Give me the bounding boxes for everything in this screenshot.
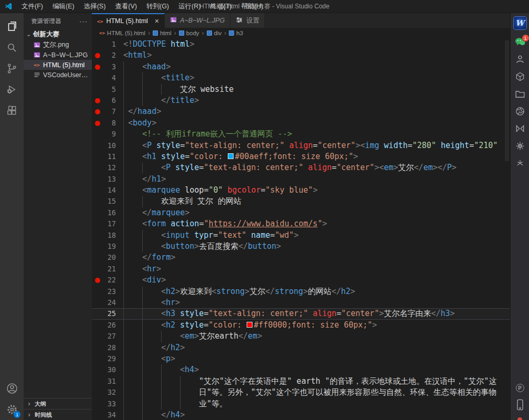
user-icon[interactable] <box>514 54 526 65</box>
explorer-file[interactable]: <>HTML (5).html <box>24 60 92 70</box>
code-line[interactable]: 28</h2> <box>92 342 510 353</box>
breakpoint-dot[interactable] <box>94 61 102 72</box>
circled-p-icon[interactable]: P <box>516 384 524 392</box>
explorer-file[interactable]: 艾尔.png <box>24 40 92 50</box>
folder-row[interactable]: ⌄ 创新大赛 <box>24 29 92 40</box>
explorer-file[interactable]: A~B~W~L.JPG <box>24 50 92 60</box>
code-line[interactable]: 22<div> <box>92 275 510 286</box>
breakpoint-gutter[interactable] <box>94 39 102 50</box>
settings-gear-icon[interactable]: 1 <box>0 399 24 420</box>
code-line[interactable]: 29<p> <box>92 353 510 364</box>
breakpoint-gutter[interactable] <box>94 151 102 162</box>
code-line[interactable]: 32日"等。另外，"艾尔"这个字也可以被用来形容那些与自然、环保、生态等相关的事… <box>92 387 510 398</box>
tab-settings[interactable]: 设置 <box>230 13 265 28</box>
code-line[interactable]: 14<marquee loop="0" bgcolor="sky blue"> <box>92 185 510 196</box>
code-line[interactable]: 20</form> <box>92 252 510 263</box>
code-line[interactable]: 33业"等。 <box>92 398 510 410</box>
code-line[interactable]: 34</h4> <box>92 410 510 420</box>
tab-image-file[interactable]: A~B~W~L.JPG <box>165 13 230 28</box>
source-control-icon[interactable] <box>0 58 24 79</box>
code-line[interactable]: 10<P style="text-align: center;" align="… <box>92 140 510 151</box>
tab-html-file[interactable]: <> HTML (5).html × <box>92 13 165 28</box>
breakpoint-gutter[interactable] <box>94 410 102 420</box>
code-line[interactable]: 3<haad> <box>92 61 510 72</box>
breakpoint-gutter[interactable] <box>94 264 102 275</box>
breakpoint-gutter[interactable] <box>94 376 102 387</box>
code-line[interactable]: 21<hr> <box>92 264 510 275</box>
menu-item[interactable]: 编辑(E) <box>48 0 79 13</box>
breakpoint-gutter[interactable] <box>94 196 102 207</box>
close-icon[interactable]: × <box>155 17 159 25</box>
breakpoint-dot[interactable] <box>94 275 102 286</box>
folder-icon[interactable] <box>514 89 526 99</box>
code-line[interactable]: 4<title> <box>92 72 510 83</box>
breakpoint-gutter[interactable] <box>94 353 102 364</box>
sparkle-icon[interactable] <box>514 158 526 169</box>
breakpoint-dot[interactable] <box>94 118 102 129</box>
menu-item[interactable]: 查看(V) <box>110 0 142 13</box>
breadcrumb-item[interactable]: <>HTML (5).html <box>99 30 145 36</box>
code-line[interactable]: 26<h2 style="color: #ff0000;font: size 6… <box>92 320 510 331</box>
breakpoint-gutter[interactable] <box>94 308 102 319</box>
code-line[interactable]: 9<!-- 利用iframe嵌入一个普通网页 --> <box>92 129 510 140</box>
breakpoint-gutter[interactable] <box>94 241 102 252</box>
camera-aperture-icon[interactable] <box>514 106 526 117</box>
code-line[interactable]: 12<P style="text-align: center;" align="… <box>92 162 510 173</box>
breakpoint-gutter[interactable] <box>94 398 102 410</box>
breakpoint-gutter[interactable] <box>94 252 102 263</box>
outline-section[interactable]: › 大纲 <box>24 398 92 409</box>
menu-item[interactable]: 文件(F) <box>17 0 48 13</box>
breakpoint-dot[interactable] <box>94 50 102 61</box>
breakpoint-gutter[interactable] <box>94 218 102 229</box>
extensions-icon[interactable] <box>0 100 24 121</box>
code-line[interactable]: 11<h1 style="color: #00aeff;font: size 6… <box>92 151 510 162</box>
breakpoint-gutter[interactable] <box>94 129 102 140</box>
code-line[interactable]: 30<h4> <box>92 364 510 375</box>
breakpoint-gutter[interactable] <box>94 185 102 196</box>
code-line[interactable]: 18<input typr="text" name="wd"> <box>92 230 510 241</box>
breakpoint-gutter[interactable] <box>94 331 102 342</box>
breakpoint-gutter[interactable] <box>94 174 102 185</box>
explorer-icon[interactable] <box>0 16 24 37</box>
breakpoint-gutter[interactable] <box>94 140 102 151</box>
code-line[interactable]: 15欢迎来到 艾尔 的网站 <box>92 196 510 207</box>
menu-item[interactable]: 帮助(H) <box>236 0 268 13</box>
code-line[interactable]: 13</h1> <box>92 174 510 185</box>
breadcrumb-item[interactable]: html <box>153 30 172 36</box>
app-logo-w[interactable]: W <box>513 16 527 30</box>
breakpoint-gutter[interactable] <box>94 230 102 241</box>
more-actions-icon[interactable]: ··· <box>79 17 88 25</box>
butterfly-icon[interactable] <box>514 123 526 134</box>
breakpoint-gutter[interactable] <box>94 320 102 331</box>
code-line[interactable]: 1<!DOCTYPE html> <box>92 39 510 50</box>
breakpoint-gutter[interactable] <box>94 207 102 218</box>
breadcrumb-item[interactable]: body <box>179 30 199 36</box>
code-line[interactable]: 2<html> <box>92 50 510 61</box>
editor-scrollbar[interactable] <box>505 40 509 161</box>
breakpoint-gutter[interactable] <box>94 387 102 398</box>
flower-gear-icon[interactable] <box>514 141 526 151</box>
code-line[interactable]: 8<body> <box>92 118 510 129</box>
breakpoint-dot[interactable] <box>94 95 102 106</box>
code-line[interactable]: 19<button>去百度搜索</button> <box>92 241 510 252</box>
code-line[interactable]: 27<em>艾尔earth</em> <box>92 331 510 342</box>
account-icon[interactable] <box>0 378 24 399</box>
breakpoint-gutter[interactable] <box>94 342 102 353</box>
breakpoint-gutter[interactable] <box>94 84 102 95</box>
menu-item[interactable]: 转到(G) <box>142 0 174 13</box>
code-line[interactable]: 16</marquee> <box>92 207 510 218</box>
breadcrumb-item[interactable]: div <box>207 30 222 36</box>
search-icon[interactable] <box>0 37 24 58</box>
code-line[interactable]: 24<hr> <box>92 297 510 308</box>
code-line[interactable]: 5艾尔 website <box>92 84 510 95</box>
menu-item[interactable]: 终端(T) <box>205 0 236 13</box>
code-line[interactable]: 6</title> <box>92 95 510 106</box>
run-debug-icon[interactable] <box>0 79 24 100</box>
breakpoint-gutter[interactable] <box>94 297 102 308</box>
code-line[interactable]: 17<form action="https://www.baidu.com/s"… <box>92 218 510 229</box>
code-line[interactable]: 7</haad> <box>92 106 510 117</box>
wechat-icon[interactable]: 1 <box>514 37 526 47</box>
menu-item[interactable]: 选择(S) <box>79 0 111 13</box>
breakpoint-gutter[interactable] <box>94 162 102 173</box>
timeline-section[interactable]: › 时间线 <box>24 409 92 420</box>
